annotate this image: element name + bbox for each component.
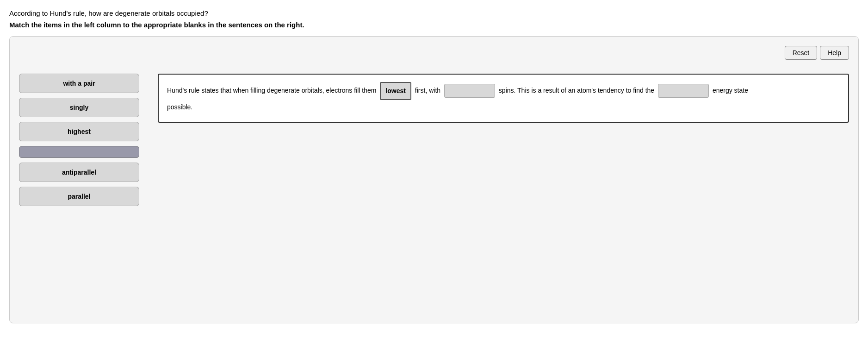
top-right-buttons: Reset Help (19, 46, 849, 60)
reset-button[interactable]: Reset (785, 46, 818, 60)
right-column: Hund's rule states that when filling deg… (158, 74, 849, 123)
sentence-part-4: energy state (713, 87, 748, 94)
drag-item-parallel[interactable]: parallel (19, 187, 139, 206)
sentence-part-3: spins. This is a result of an atom's ten… (499, 87, 656, 94)
drag-item-highest[interactable]: highest (19, 122, 139, 141)
content-area: with a pairsinglyhighestantiparallelpara… (19, 74, 849, 206)
instruction-text: Match the items in the left column to th… (9, 21, 859, 29)
sentence-part-5: possible. (167, 103, 192, 111)
drag-item-antiparallel[interactable]: antiparallel (19, 163, 139, 182)
drop-zone-2[interactable] (658, 84, 709, 98)
main-container: Reset Help with a pairsinglyhighestantip… (9, 36, 859, 323)
drag-item-with-a-pair[interactable]: with a pair (19, 74, 139, 93)
sentence-part-2: first, with (415, 87, 442, 94)
sentence-part-1: Hund's rule states that when filling deg… (167, 87, 376, 94)
question-text: According to Hund's rule, how are degene… (9, 9, 859, 17)
drop-zone-1[interactable] (444, 84, 495, 98)
filled-blank-lowest: lowest (380, 82, 411, 100)
drag-item-blank-used (19, 146, 139, 158)
sentence-box: Hund's rule states that when filling deg… (158, 74, 849, 123)
left-column: with a pairsinglyhighestantiparallelpara… (19, 74, 139, 206)
drag-item-singly[interactable]: singly (19, 98, 139, 117)
help-button[interactable]: Help (820, 46, 849, 60)
